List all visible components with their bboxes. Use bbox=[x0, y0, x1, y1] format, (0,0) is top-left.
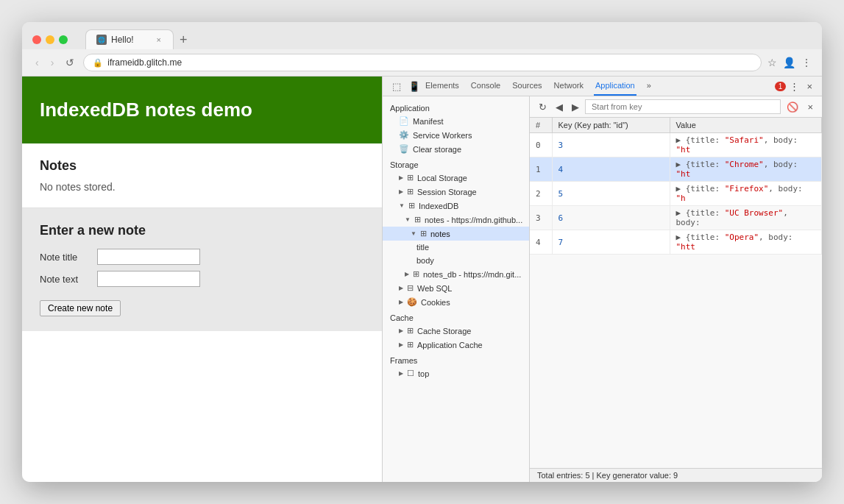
forward-button[interactable]: › bbox=[48, 55, 57, 70]
web-sql-icon: ⊟ bbox=[407, 283, 414, 293]
cell-index: 0 bbox=[530, 133, 552, 157]
table-row[interactable]: 25▶ {title: "Firefox", body: "h bbox=[530, 182, 822, 206]
refresh-data-button[interactable]: ↻ bbox=[536, 100, 550, 114]
browser-window: 🌐 Hello! × + ‹ › ↺ 🔒 iframeidb.glitch.me… bbox=[22, 22, 822, 482]
col-header-key: Key (Key path: "id") bbox=[552, 118, 670, 133]
sidebar-item-session-storage[interactable]: ▶ ⊞ Session Storage bbox=[383, 185, 529, 199]
devtools-body: Application 📄 Manifest ⚙️ Service Worker… bbox=[383, 96, 822, 482]
sidebar-item-clear-storage[interactable]: 🗑️ Clear storage bbox=[383, 142, 529, 156]
main-content: IndexedDB notes demo Notes No notes stor… bbox=[22, 77, 822, 482]
tab-console[interactable]: Console bbox=[469, 77, 502, 96]
service-workers-icon: ⚙️ bbox=[399, 130, 409, 140]
page-title: IndexedDB notes demo bbox=[40, 99, 364, 121]
sidebar-item-label: top bbox=[418, 369, 429, 378]
close-traffic-light[interactable] bbox=[32, 35, 41, 44]
notes-icon: ⊞ bbox=[420, 229, 427, 238]
sidebar-item-title-field[interactable]: title bbox=[383, 241, 529, 254]
notes-triangle: ▼ bbox=[411, 230, 416, 237]
refresh-button[interactable]: ↺ bbox=[63, 55, 77, 70]
sidebar-item-indexeddb[interactable]: ▼ ⊞ IndexedDB bbox=[383, 199, 529, 213]
device-toggle-button[interactable]: 📱 bbox=[405, 78, 424, 95]
notes-section: Notes No notes stored. bbox=[22, 143, 382, 208]
back-button[interactable]: ‹ bbox=[32, 55, 42, 70]
table-row[interactable]: 36▶ {title: "UC Browser", body: bbox=[530, 206, 822, 230]
cell-value: ▶ {title: "Firefox", body: "h bbox=[670, 182, 822, 206]
session-storage-icon: ⊞ bbox=[407, 187, 414, 196]
session-storage-triangle: ▶ bbox=[399, 188, 403, 195]
devtools-more-button[interactable]: ⋮ bbox=[786, 78, 803, 95]
table-row[interactable]: 47▶ {title: "Opera", body: "htt bbox=[530, 230, 822, 255]
col-header-value: Value bbox=[670, 118, 822, 133]
note-title-input[interactable] bbox=[97, 249, 200, 265]
sidebar-item-notes[interactable]: ▼ ⊞ notes bbox=[383, 227, 529, 241]
sidebar-item-top[interactable]: ▶ ☐ top bbox=[383, 366, 529, 380]
title-bar-top: 🌐 Hello! × + bbox=[32, 29, 812, 49]
lock-icon: 🔒 bbox=[93, 58, 103, 68]
new-tab-button[interactable]: + bbox=[174, 32, 194, 48]
sidebar-item-label: notes - https://mdn.github... bbox=[425, 216, 522, 224]
tab-title: Hello! bbox=[111, 35, 134, 45]
sidebar-item-body-field[interactable]: body bbox=[383, 254, 529, 267]
col-header-hash: # bbox=[530, 118, 552, 133]
tab-favicon: 🌐 bbox=[96, 35, 107, 45]
sidebar-item-cookies[interactable]: ▶ 🍪 Cookies bbox=[383, 295, 529, 309]
sidebar-item-notes-db2[interactable]: ▶ ⊞ notes_db - https://mdn.git... bbox=[383, 267, 529, 281]
cookies-icon: 🍪 bbox=[407, 297, 417, 307]
minimize-traffic-light[interactable] bbox=[46, 35, 54, 44]
sidebar-item-cache-storage[interactable]: ▶ ⊞ Cache Storage bbox=[383, 324, 529, 338]
create-note-button[interactable]: Create new note bbox=[40, 300, 121, 316]
tab-elements[interactable]: Elements bbox=[424, 77, 461, 96]
cache-storage-triangle: ▶ bbox=[399, 327, 403, 334]
maximize-traffic-light[interactable] bbox=[59, 35, 68, 44]
tab-application[interactable]: Application bbox=[594, 77, 636, 96]
note-text-input[interactable] bbox=[97, 271, 200, 287]
sidebar-section-storage: Storage bbox=[383, 156, 529, 171]
sidebar-item-label: Cache Storage bbox=[417, 327, 471, 336]
cell-key: 3 bbox=[552, 133, 670, 157]
sidebar-item-service-workers[interactable]: ⚙️ Service Workers bbox=[383, 128, 529, 142]
tab-close-button[interactable]: × bbox=[155, 35, 163, 45]
manifest-icon: 📄 bbox=[399, 116, 409, 126]
devtools-tabs: ⬚ 📱 Elements Console Sources Network App… bbox=[383, 77, 822, 96]
top-icon: ☐ bbox=[407, 369, 414, 378]
tab-bar: 🌐 Hello! × + bbox=[85, 29, 812, 49]
sidebar-item-label: Web SQL bbox=[417, 284, 453, 293]
cell-key: 6 bbox=[552, 206, 670, 230]
data-table: # Key (Key path: "id") Value 03▶ {title:… bbox=[530, 118, 822, 255]
sidebar-item-notes-db[interactable]: ▼ ⊞ notes - https://mdn.github... bbox=[383, 213, 529, 227]
error-badge: 1 bbox=[775, 82, 787, 91]
address-bar[interactable]: 🔒 iframeidb.glitch.me bbox=[83, 54, 762, 71]
cell-key: 4 bbox=[552, 157, 670, 182]
devtools-close-button[interactable]: × bbox=[803, 78, 816, 95]
table-row[interactable]: 14▶ {title: "Chrome", body: "ht bbox=[530, 157, 822, 182]
sidebar-item-web-sql[interactable]: ▶ ⊟ Web SQL bbox=[383, 281, 529, 295]
form-section: Enter a new note Note title Note text Cr… bbox=[22, 208, 382, 331]
account-button[interactable]: 👤 bbox=[783, 57, 795, 68]
prev-key-button[interactable]: ◀ bbox=[553, 100, 566, 114]
sidebar-item-local-storage[interactable]: ▶ ⊞ Local Storage bbox=[383, 171, 529, 185]
sidebar-item-app-cache[interactable]: ▶ ⊞ Application Cache bbox=[383, 338, 529, 352]
more-button[interactable]: ⋮ bbox=[801, 57, 812, 68]
more-tabs-button[interactable]: » bbox=[645, 77, 653, 96]
table-row[interactable]: 03▶ {title: "Safari", body: "ht bbox=[530, 133, 822, 157]
cell-index: 1 bbox=[530, 157, 552, 182]
local-storage-triangle: ▶ bbox=[399, 174, 403, 181]
sidebar-item-label: body bbox=[416, 256, 434, 265]
notes-db-icon: ⊞ bbox=[414, 215, 421, 224]
note-title-label: Note title bbox=[40, 252, 91, 263]
next-key-button[interactable]: ▶ bbox=[569, 100, 582, 114]
sidebar-item-label: IndexedDB bbox=[419, 202, 458, 210]
tab-sources[interactable]: Sources bbox=[511, 77, 543, 96]
sidebar-item-manifest[interactable]: 📄 Manifest bbox=[383, 114, 529, 128]
sidebar-item-label: Service Workers bbox=[413, 131, 472, 140]
devtools-table: # Key (Key path: "id") Value 03▶ {title:… bbox=[530, 118, 822, 468]
table-header-row: # Key (Key path: "id") Value bbox=[530, 118, 822, 133]
tab-network[interactable]: Network bbox=[553, 77, 585, 96]
start-key-input[interactable] bbox=[585, 99, 781, 114]
clear-data-button[interactable]: 🚫 bbox=[784, 100, 801, 114]
active-tab[interactable]: 🌐 Hello! × bbox=[85, 29, 174, 49]
bookmark-button[interactable]: ☆ bbox=[767, 57, 777, 68]
close-panel-button[interactable]: × bbox=[804, 100, 816, 114]
inspect-element-button[interactable]: ⬚ bbox=[389, 78, 405, 95]
clear-storage-icon: 🗑️ bbox=[399, 144, 409, 154]
